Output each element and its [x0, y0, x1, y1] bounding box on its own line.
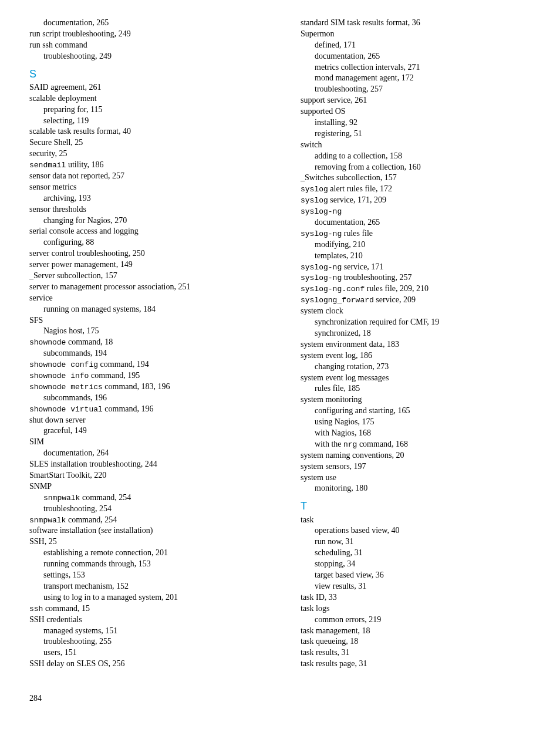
- index-text: service: [29, 293, 53, 302]
- index-entry: sensor metrics: [29, 182, 265, 193]
- index-entry: sendmail utility, 186: [29, 160, 265, 171]
- index-text: with Nagios, 168: [315, 428, 371, 437]
- index-entry: syslogng_forward service, 209: [301, 295, 537, 306]
- index-entry: task queueing, 18: [301, 636, 537, 647]
- index-entry: syslog-ng: [301, 206, 537, 217]
- index-subentry: archiving, 193: [29, 193, 265, 204]
- index-text: operations based view, 40: [315, 526, 400, 535]
- index-subentry: selecting, 119: [29, 116, 265, 127]
- index-text: shut down server: [29, 416, 86, 424]
- index-entry: task management, 18: [301, 626, 537, 637]
- index-entry: server control troubleshooting, 250: [29, 248, 265, 259]
- index-text: settings, 153: [43, 571, 85, 579]
- index-subentry: establishing a remote connection, 201: [29, 548, 265, 559]
- index-subentry: common errors, 219: [301, 615, 537, 626]
- index-subentry: configuring and starting, 165: [301, 406, 537, 417]
- index-text: subcommands, 194: [43, 349, 107, 357]
- index-text: syslog: [301, 196, 328, 205]
- index-text: security, 25: [29, 149, 67, 158]
- index-text: snmpwalk: [43, 494, 80, 502]
- index-entry: syslog-ng service, 171: [301, 262, 537, 273]
- index-text: command, 194: [98, 360, 149, 369]
- index-text: run ssh command: [29, 40, 87, 49]
- index-text: installing, 92: [315, 118, 357, 127]
- index-entry: serial console access and logging: [29, 226, 265, 237]
- index-entry: system naming conventions, 20: [301, 450, 537, 461]
- index-text: mond management agent, 172: [315, 73, 414, 82]
- index-subentry: transport mechanism, 152: [29, 581, 265, 592]
- index-subentry: mond management agent, 172: [301, 73, 537, 84]
- index-text: SSH credentials: [29, 615, 82, 624]
- index-subentry: removing from a collection, 160: [301, 162, 537, 173]
- index-text: troubleshooting, 254: [43, 504, 112, 513]
- index-text: nrg: [343, 440, 357, 449]
- index-entry: supported OS: [301, 106, 537, 117]
- index-entry: task ID, 33: [301, 592, 537, 603]
- index-subentry: preparing for, 115: [29, 104, 265, 116]
- index-text: shownode virtual: [29, 405, 103, 414]
- index-subentry: running commands through, 153: [29, 559, 265, 570]
- index-subentry: managed systems, 151: [29, 626, 265, 637]
- index-entry: shut down server: [29, 415, 265, 426]
- index-entry: run script troubleshooting, 249: [29, 29, 265, 40]
- index-text: monitoring, 180: [315, 484, 367, 492]
- index-entry: system monitoring: [301, 394, 537, 406]
- index-text: archiving, 193: [43, 194, 91, 202]
- index-text: modifying, 210: [315, 240, 365, 249]
- index-text: Secure Shell, 25: [29, 138, 83, 147]
- index-text: task results, 31: [301, 648, 350, 657]
- index-text: SSH, 25: [29, 537, 57, 546]
- index-subentry: installing, 92: [301, 117, 537, 129]
- index-subentry: running on managed systems, 184: [29, 304, 265, 315]
- index-text: standard SIM task results format, 36: [301, 18, 420, 27]
- index-text: sensor metrics: [29, 183, 76, 191]
- index-subentry: templates, 210: [301, 251, 537, 262]
- index-text: running commands through, 153: [43, 559, 151, 568]
- index-text: task results page, 31: [301, 659, 367, 668]
- right-column: standard SIM task results format, 36Supe…: [301, 18, 537, 670]
- index-text: troubleshooting, 255: [43, 637, 112, 646]
- index-entry: support service, 261: [301, 95, 537, 106]
- index-text: changing rotation, 273: [315, 362, 389, 371]
- index-text: view results, 31: [315, 582, 366, 590]
- index-entry: security, 25: [29, 148, 265, 160]
- index-text: command, 254: [80, 493, 131, 502]
- index-entry: SSH delay on SLES OS, 256: [29, 659, 265, 670]
- index-text: documentation, 265: [43, 18, 109, 27]
- index-subentry: operations based view, 40: [301, 525, 537, 536]
- index-subentry: Nagios host, 175: [29, 326, 265, 337]
- index-text: command, 196: [103, 404, 154, 413]
- index-text: rules file, 185: [315, 384, 360, 393]
- index-subentry: run now, 31: [301, 536, 537, 548]
- index-text: synchronization required for CMF, 19: [315, 318, 439, 326]
- index-text: supported OS: [301, 107, 346, 116]
- index-entry: shownode metrics command, 183, 196: [29, 382, 265, 393]
- index-text: sendmail: [29, 161, 66, 170]
- index-subentry: documentation, 265: [29, 18, 265, 29]
- index-text: SSH delay on SLES OS, 256: [29, 659, 125, 668]
- index-text: documentation, 264: [43, 448, 109, 457]
- index-entry: service: [29, 293, 265, 304]
- index-text: switch: [301, 140, 322, 149]
- index-text: serial console access and logging: [29, 227, 139, 235]
- index-subentry: using Nagios, 175: [301, 417, 537, 428]
- index-entry: software installation (see installation): [29, 525, 265, 536]
- index-entry: SSH, 25: [29, 536, 265, 548]
- index-text: task ID, 33: [301, 593, 337, 602]
- index-text: service, 209: [374, 295, 416, 304]
- index-text: command, 168: [357, 440, 408, 448]
- index-text: system environment data, 183: [301, 340, 399, 349]
- index-text: subcommands, 196: [43, 393, 107, 402]
- index-text: command, 195: [89, 371, 140, 380]
- index-entry: system environment data, 183: [301, 339, 537, 350]
- index-entry: SmartStart Toolkit, 220: [29, 470, 265, 481]
- index-text: scalable task results format, 40: [29, 127, 131, 136]
- index-entry: SLES installation troubleshooting, 244: [29, 459, 265, 470]
- index-text: shownode config: [29, 360, 98, 369]
- index-subentry: rules file, 185: [301, 383, 537, 394]
- index-entry: shownode command, 18: [29, 337, 265, 348]
- index-text: task queueing, 18: [301, 637, 358, 646]
- index-text: target based view, 36: [315, 571, 384, 579]
- index-text: shownode info: [29, 372, 89, 380]
- index-entry: scalable task results format, 40: [29, 126, 265, 137]
